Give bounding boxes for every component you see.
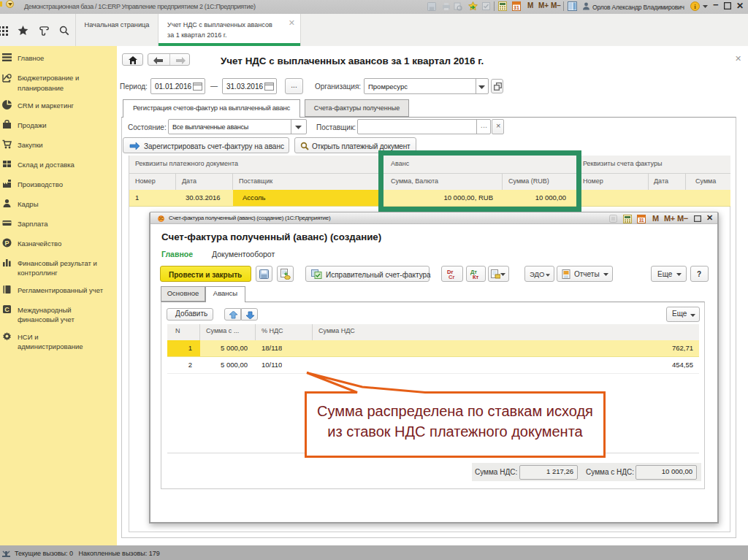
svg-text:Сумма распределена по ставкам: Сумма распределена по ставкам исходя <box>317 403 593 419</box>
svg-text:P: P <box>4 239 9 247</box>
svg-text:из ставок НДС платежного докум: из ставок НДС платежного документа <box>327 423 583 440</box>
svg-text:C: C <box>4 306 9 313</box>
svg-text:31: 31 <box>514 5 519 10</box>
svg-text:31: 31 <box>639 218 644 223</box>
svg-text:1С: 1С <box>159 217 164 220</box>
